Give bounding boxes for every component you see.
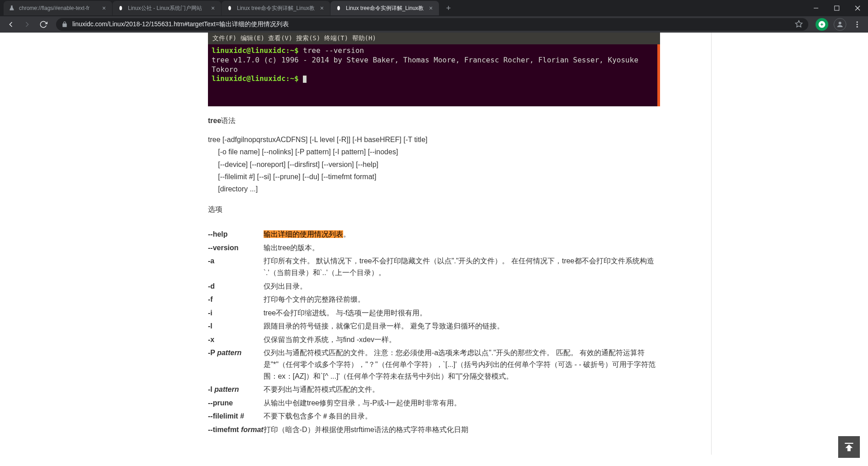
back-button[interactable]	[4, 17, 18, 32]
syntax-line: tree [-adfgilnopqrstuxACDFNS] [-L level …	[208, 133, 660, 146]
close-window-button[interactable]	[847, 0, 868, 16]
tab-title: Linux tree命令实例详解_Linux教	[237, 5, 316, 12]
option-row: --timefmt format打印（暗含-D）并根据使用strftime语法的…	[208, 423, 660, 437]
syntax-line: [--filelimit #] [--si] [--prune] [--du] …	[208, 171, 660, 183]
option-row: --version输出tree的版本。	[208, 241, 660, 255]
option-desc: 仅列出与通配符模式匹配的文件。 注意：您必须使用-a选项来考虑以点"."开头的那…	[264, 346, 660, 383]
syntax-line: [directory ...]	[208, 183, 660, 195]
svg-point-9	[857, 21, 858, 23]
option-row: -itree不会打印缩进线。 与-f选项一起使用时很有用。	[208, 306, 660, 320]
option-row: --help输出详细的使用情况列表。	[208, 228, 660, 241]
page-viewport[interactable]: 文件(F) 编辑(E) 查看(V) 搜索(S) 终端(T) 帮助(H) linu…	[0, 33, 868, 466]
extension-icon[interactable]	[816, 18, 828, 31]
option-row: -I pattern不要列出与通配符模式匹配的文件。	[208, 383, 660, 396]
profile-button[interactable]	[834, 18, 846, 31]
terminal-cursor	[303, 76, 307, 83]
sidebar-border	[711, 33, 712, 455]
tab-bar: chrome://flags/#enable-text-fr × Linux公社…	[0, 0, 868, 16]
minimize-button[interactable]	[806, 0, 826, 16]
browser-tab-0[interactable]: chrome://flags/#enable-text-fr ×	[4, 1, 112, 15]
option-name: --version	[208, 241, 264, 255]
options-heading: 选项	[208, 204, 660, 215]
syntax-block: tree [-adfgilnopqrstuxACDFNS] [-L level …	[208, 133, 660, 195]
option-desc: 不要下载包含多个＃条目的目录。	[264, 409, 660, 423]
lock-icon	[61, 21, 68, 28]
option-desc: 输出tree的版本。	[264, 241, 660, 255]
svg-marker-7	[796, 20, 802, 27]
back-to-top-button[interactable]	[838, 436, 860, 458]
window-controls	[806, 0, 868, 16]
url-bar[interactable]: linuxidc.com/Linux/2018-12/155631.htm#ta…	[56, 18, 808, 31]
option-row: -d仅列出目录。	[208, 280, 660, 293]
option-name: -I pattern	[208, 383, 264, 396]
option-name: -d	[208, 280, 264, 293]
article-content: 文件(F) 编辑(E) 查看(V) 搜索(S) 终端(T) 帮助(H) linu…	[208, 33, 660, 455]
maximize-button[interactable]	[826, 0, 847, 16]
option-name: -i	[208, 306, 264, 320]
close-icon[interactable]: ×	[209, 5, 217, 12]
option-desc: 从输出中创建tree修剪空目录，与-P或-I一起使用时非常有用。	[264, 396, 660, 410]
option-desc: tree不会打印缩进线。 与-f选项一起使用时很有用。	[264, 306, 660, 320]
svg-point-2	[337, 6, 340, 10]
tab-title: Linux tree命令实例详解_Linux教	[346, 5, 425, 12]
reload-button[interactable]	[36, 17, 51, 32]
svg-point-11	[857, 26, 858, 28]
svg-point-10	[857, 24, 858, 25]
option-desc: 输出详细的使用情况列表。	[264, 228, 660, 241]
option-name: -l	[208, 319, 264, 333]
tab-title: chrome://flags/#enable-text-fr	[19, 5, 98, 11]
bookmark-star-icon[interactable]	[795, 20, 803, 29]
option-row: --prune从输出中创建tree修剪空目录，与-P或-I一起使用时非常有用。	[208, 396, 660, 410]
browser-tab-3[interactable]: Linux tree命令实例详解_Linux教 ×	[330, 1, 439, 15]
option-row: -a打印所有文件。 默认情况下，tree不会打印隐藏文件（以点"."开头的文件）…	[208, 254, 660, 279]
terminal-body: linuxidc@linuxidc:~$ tree --version tree…	[208, 44, 660, 106]
close-icon[interactable]: ×	[318, 5, 326, 12]
forward-button[interactable]	[20, 17, 34, 32]
option-desc: 仅保留当前文件系统，与find -xdev一样。	[264, 333, 660, 347]
option-row: -l跟随目录的符号链接，就像它们是目录一样。 避免了导致递归循环的链接。	[208, 319, 660, 333]
terminal-prompt: linuxidc@linuxidc:~$	[212, 74, 299, 83]
option-row: -P pattern仅列出与通配符模式匹配的文件。 注意：您必须使用-a选项来考…	[208, 346, 660, 383]
terminal-screenshot: 文件(F) 编辑(E) 查看(V) 搜索(S) 终端(T) 帮助(H) linu…	[208, 33, 660, 106]
option-row: -x仅保留当前文件系统，与find -xdev一样。	[208, 333, 660, 347]
svg-point-1	[228, 6, 231, 10]
new-tab-button[interactable]: +	[442, 2, 455, 14]
option-name: --prune	[208, 396, 264, 410]
svg-point-8	[839, 22, 841, 24]
option-desc: 仅列出目录。	[264, 280, 660, 293]
tux-icon	[226, 5, 233, 12]
browser-tab-2[interactable]: Linux tree命令实例详解_Linux教 ×	[222, 1, 330, 15]
svg-rect-4	[835, 6, 839, 10]
option-name: -P pattern	[208, 346, 264, 383]
close-icon[interactable]: ×	[427, 5, 434, 12]
browser-tab-1[interactable]: Linux公社 - Linux系统门户网站 ×	[113, 1, 221, 15]
syntax-line: [-o file name] [--nolinks] [-P pattern] …	[208, 146, 660, 158]
tux-icon	[117, 5, 124, 12]
option-desc: 跟随目录的符号链接，就像它们是目录一样。 避免了导致递归循环的链接。	[264, 319, 660, 333]
terminal-command: tree --version	[299, 46, 364, 55]
option-desc: 不要列出与通配符模式匹配的文件。	[264, 383, 660, 396]
terminal-menu: 文件(F) 编辑(E) 查看(V) 搜索(S) 终端(T) 帮助(H)	[208, 33, 660, 44]
terminal-output: tree v1.7.0 (c) 1996 - 2014 by Steve Bak…	[212, 56, 654, 75]
terminal-prompt: linuxidc@linuxidc:~$	[212, 46, 299, 55]
option-name: --filelimit #	[208, 409, 264, 423]
option-name: -x	[208, 333, 264, 347]
svg-point-0	[119, 6, 122, 10]
tab-title: Linux公社 - Linux系统门户网站	[128, 5, 207, 12]
kebab-menu-icon[interactable]	[850, 17, 864, 32]
close-icon[interactable]: ×	[100, 5, 108, 12]
tux-icon	[335, 5, 342, 12]
option-desc: 打印所有文件。 默认情况下，tree不会打印隐藏文件（以点"."开头的文件）。 …	[264, 254, 660, 279]
option-name: --timefmt format	[208, 423, 264, 437]
flask-icon	[8, 5, 15, 12]
option-row: -f打印每个文件的完整路径前缀。	[208, 293, 660, 306]
option-name: --help	[208, 228, 264, 241]
url-text: linuxidc.com/Linux/2018-12/155631.htm#ta…	[72, 20, 289, 29]
address-bar: linuxidc.com/Linux/2018-12/155631.htm#ta…	[0, 16, 868, 33]
syntax-line: [--device] [--noreport] [--dirsfirst] [-…	[208, 158, 660, 171]
option-desc: 打印（暗含-D）并根据使用strftime语法的格式字符串格式化日期	[264, 423, 660, 437]
options-table: --help输出详细的使用情况列表。--version输出tree的版本。-a打…	[208, 228, 660, 437]
option-row: --filelimit #不要下载包含多个＃条目的目录。	[208, 409, 660, 423]
option-name: -a	[208, 254, 264, 279]
option-desc: 打印每个文件的完整路径前缀。	[264, 293, 660, 306]
